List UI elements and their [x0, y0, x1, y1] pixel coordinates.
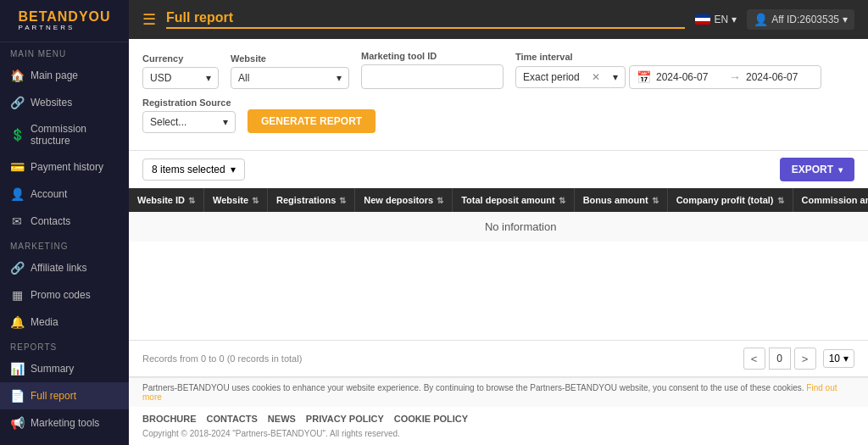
sidebar-item-player-report[interactable]: 👥 Player report — [0, 437, 129, 445]
col-website[interactable]: Website⇅ — [204, 188, 268, 212]
date-to-input[interactable] — [746, 71, 814, 83]
currency-value: USD — [150, 72, 171, 84]
footer-link-cookie[interactable]: COOKIE POLICY — [394, 414, 468, 424]
date-separator: → — [729, 70, 741, 84]
sidebar-item-media[interactable]: 🔔 Media — [0, 309, 129, 336]
sidebar-item-full-report[interactable]: 📄 Full report — [0, 382, 129, 409]
pagination-info: Records from 0 to 0 (0 records in total) — [142, 353, 302, 364]
footer-link-contacts[interactable]: CONTACTS — [207, 414, 258, 424]
items-selected-dropdown[interactable]: 8 items selected ▾ — [142, 159, 245, 181]
website-label: Website — [231, 53, 349, 64]
marketing-tool-input[interactable] — [361, 64, 504, 89]
sidebar-item-main-page[interactable]: 🏠 Main page — [0, 62, 129, 89]
copyright-text: Copyright © 2018-2024 "Partners-BETANDYO… — [129, 427, 868, 445]
user-icon: 👤 — [10, 187, 24, 201]
filters-section: Currency USD ▾ Website All ▾ Marke — [129, 39, 868, 151]
time-label: Time interval — [515, 52, 821, 62]
sidebar-item-contacts[interactable]: ✉ Contacts — [0, 208, 129, 235]
pagination-bar: Records from 0 to 0 (0 records in total)… — [129, 340, 868, 376]
sidebar-item-promo-codes[interactable]: ▦ Promo codes — [0, 281, 129, 309]
prev-page-button[interactable]: < — [743, 348, 765, 370]
export-button[interactable]: EXPORT ▾ — [780, 158, 854, 181]
sidebar-item-label: Account — [31, 188, 67, 200]
col-website-id[interactable]: Website ID⇅ — [129, 188, 204, 212]
sidebar-item-label: Summary — [31, 363, 74, 375]
sort-icon: ⇅ — [652, 196, 659, 205]
reg-source-label: Registration Source — [142, 97, 236, 108]
currency-select[interactable]: USD ▾ — [142, 67, 219, 89]
sort-icon: ⇅ — [559, 196, 565, 205]
marketing-tool-filter: Marketing tool ID — [361, 51, 504, 89]
sidebar-item-commission[interactable]: 💲 Commission structure — [0, 116, 129, 153]
footer-link-privacy[interactable]: PRIVACY POLICY — [306, 414, 384, 424]
currency-chevron: ▾ — [206, 72, 211, 84]
tools-icon: 📢 — [10, 416, 24, 430]
promo-icon: ▦ — [10, 288, 24, 302]
sidebar-item-payment-history[interactable]: 💳 Payment history — [0, 153, 129, 181]
generate-report-button[interactable]: GENERATE REPORT — [248, 109, 376, 133]
next-page-button[interactable]: > — [794, 348, 816, 370]
lang-chevron: ▾ — [732, 14, 737, 25]
user-menu[interactable]: 👤 Aff ID:2603535 ▾ — [747, 9, 854, 30]
filter-row-1: Currency USD ▾ Website All ▾ Marke — [142, 51, 854, 89]
reg-source-select[interactable]: Select... ▾ — [142, 111, 236, 133]
table-header: Website ID⇅ Website⇅ Registrations⇅ New … — [129, 188, 868, 212]
sidebar-item-account[interactable]: 👤 Account — [0, 181, 129, 208]
sidebar-item-label: Main page — [31, 70, 78, 81]
logo-name: BETANDYOU — [18, 10, 110, 24]
col-commission[interactable]: Commission amount⇅ — [793, 188, 868, 212]
col-registrations[interactable]: Registrations⇅ — [268, 188, 355, 212]
col-total-deposit[interactable]: Total deposit amount⇅ — [453, 188, 574, 212]
logo: BETANDYOU PARTNERS — [0, 0, 129, 42]
sidebar-item-label: Contacts — [31, 215, 70, 227]
footer: Partners-BETANDYOU uses cookies to enhan… — [129, 376, 868, 445]
current-page: 0 — [769, 348, 791, 370]
marketing-label: Marketing tool ID — [361, 51, 504, 61]
logo-sub: PARTNERS — [18, 24, 110, 31]
time-clear[interactable]: ✕ — [592, 71, 600, 83]
menu-icon[interactable]: ☰ — [142, 10, 156, 29]
sidebar-item-label: Commission structure — [31, 123, 119, 147]
sidebar-item-marketing-tools[interactable]: 📢 Marketing tools — [0, 409, 129, 437]
lang-label: EN — [714, 14, 728, 25]
mail-icon: ✉ — [10, 214, 24, 228]
sidebar-item-label: Full report — [31, 390, 76, 402]
export-chevron: ▾ — [838, 165, 843, 175]
reg-source-filter: Registration Source Select... ▾ — [142, 97, 236, 133]
dollar-icon: 💲 — [10, 128, 24, 142]
table-body: No information — [129, 212, 868, 242]
time-interval-filter: Time interval Exact period ✕ ▾ 📅 → — [515, 52, 821, 89]
footer-link-news[interactable]: NEWS — [268, 414, 296, 424]
summary-icon: 📊 — [10, 362, 24, 375]
items-selected-label: 8 items selected — [152, 164, 225, 175]
items-selected-chevron: ▾ — [231, 164, 236, 175]
date-from-input[interactable] — [656, 71, 724, 83]
date-range-picker[interactable]: 📅 → — [629, 65, 821, 89]
per-page-select[interactable]: 10 ▾ — [823, 349, 854, 368]
home-icon: 🏠 — [10, 69, 24, 82]
time-interval-select[interactable]: Exact period ✕ ▾ — [515, 66, 626, 88]
sort-icon: ⇅ — [777, 196, 784, 205]
topbar: ☰ Full report EN ▾ 👤 Aff ID:2603535 ▾ — [129, 0, 868, 39]
sidebar-item-websites[interactable]: 🔗 Websites — [0, 89, 129, 116]
website-chevron: ▾ — [337, 72, 342, 84]
reg-source-value: Select... — [150, 116, 186, 128]
content-area: Currency USD ▾ Website All ▾ Marke — [129, 39, 868, 445]
footer-links: BROCHURE CONTACTS NEWS PRIVACY POLICY CO… — [129, 407, 868, 427]
language-selector[interactable]: EN ▾ — [695, 14, 737, 25]
reg-source-chevron: ▾ — [223, 116, 228, 128]
footer-link-brochure[interactable]: BROCHURE — [142, 414, 197, 424]
col-company-profit[interactable]: Company profit (total)⇅ — [667, 188, 793, 212]
sidebar-item-label: Marketing tools — [31, 417, 99, 429]
sidebar-item-summary[interactable]: 📊 Summary — [0, 355, 129, 382]
sort-icon: ⇅ — [437, 196, 443, 205]
page-title: Full report — [166, 10, 685, 29]
website-select[interactable]: All ▾ — [231, 67, 349, 89]
sidebar-item-affiliate-links[interactable]: 🔗 Affiliate links — [0, 254, 129, 281]
col-new-depositors[interactable]: New depositors⇅ — [355, 188, 453, 212]
flag-icon — [695, 14, 710, 25]
reports-label: REPORTS — [0, 336, 129, 355]
table-row-empty: No information — [129, 212, 868, 242]
user-id: Aff ID:2603535 — [771, 14, 839, 25]
col-bonus[interactable]: Bonus amount⇅ — [574, 188, 667, 212]
